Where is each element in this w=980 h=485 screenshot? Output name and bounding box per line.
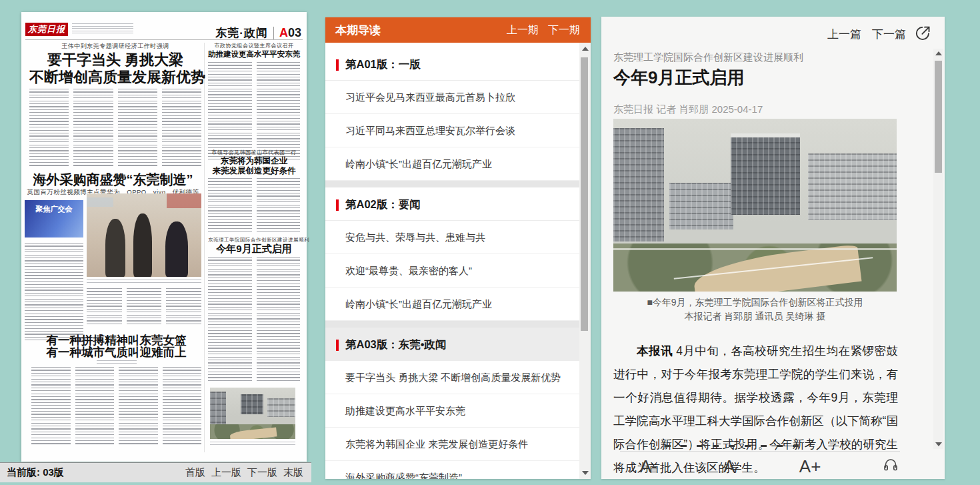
section-marker xyxy=(336,199,339,211)
toc-section-a01[interactable]: 第A01版：一版 xyxy=(325,43,579,81)
photo-caption-line xyxy=(87,280,201,284)
page-number: 03 xyxy=(288,26,301,39)
newsprint-text-columns xyxy=(208,178,300,234)
font-increase-button[interactable]: A+ xyxy=(770,454,851,479)
toc-article-link[interactable]: 助推建设更高水平平安东莞 xyxy=(325,394,579,428)
buyers-headline: 海外采购商盛赞“东莞制造” xyxy=(25,171,201,189)
korea-story: 市领导会见韩国釜山市代表团一行 东莞将为韩国企业 来莞发展创造更好条件 xyxy=(208,149,300,235)
newsprint-text-columns xyxy=(29,89,201,167)
column-rule xyxy=(204,43,205,452)
trade-fair-photo xyxy=(87,193,201,277)
credit-line xyxy=(97,360,137,364)
section-gap xyxy=(325,321,579,328)
issue-guide-title: 本期导读 xyxy=(335,23,381,38)
headphones-icon xyxy=(883,456,899,477)
prev-issue-link[interactable]: 上一期 xyxy=(507,23,539,37)
newspaper-page-image[interactable]: 东莞日报 东莞·政闻 A03 王伟中到东莞专题调研经济工作时强调 要干字当头 勇… xyxy=(21,12,307,462)
toc-article-link[interactable]: 要干字当头 勇挑大梁 不断增创高质量发展新优势 xyxy=(325,361,579,394)
peace-headline: 助推建设更高水平平安东莞 xyxy=(208,49,300,59)
newspaper-logo: 东莞日报 xyxy=(25,23,68,36)
article-byline: 东莞日报 记者 肖郅朋 2025-04-17 xyxy=(613,103,900,116)
toc-article-link[interactable]: 岭南小镇“长”出超百亿元潮玩产业 xyxy=(325,147,579,181)
article-scrollbar[interactable] xyxy=(933,49,943,449)
masthead-section: 东莞·政闻 A03 xyxy=(215,25,301,41)
basketball-headline-2: 有一种城市气质叫迎难而上 xyxy=(31,344,201,360)
font-decrease-button[interactable]: A- xyxy=(608,454,689,479)
share-icon[interactable] xyxy=(914,25,931,45)
reader-toolbar: A- A A+ xyxy=(608,454,931,479)
toc-article-link[interactable]: 欢迎“最尊贵、最亲密的客人” xyxy=(325,254,579,288)
newsprint-text-columns xyxy=(208,62,300,161)
article-reader-panel: 上一篇 下一篇 东莞理工学院国际合作创新区建设进展顺利 今年9月正式启用 东莞日… xyxy=(601,17,945,479)
toc-scrollbar[interactable] xyxy=(579,43,591,479)
next-edition-link[interactable]: 下一版 xyxy=(247,466,277,479)
newsprint-text-columns xyxy=(31,367,201,446)
photo-caption-1: ■今年9月，东莞理工学院国际合作创新区将正式投用 xyxy=(613,297,897,309)
newsprint-text-columns xyxy=(208,257,300,382)
toc-section-a02[interactable]: 第A02版：要闻 xyxy=(325,187,579,221)
photo-caption-line xyxy=(210,442,295,446)
article-nav: 上一篇 下一篇 xyxy=(827,27,906,42)
article-title: 今年9月正式启用 xyxy=(613,66,900,89)
font-normal-button[interactable]: A xyxy=(689,454,769,479)
section-gap xyxy=(325,181,579,187)
masthead-dateline xyxy=(72,23,133,35)
toc-article-link[interactable]: 安危与共、荣辱与共、患难与共 xyxy=(325,221,579,254)
masthead-divider xyxy=(273,27,274,40)
next-issue-link[interactable]: 下一期 xyxy=(548,23,580,37)
prev-edition-link[interactable]: 上一版 xyxy=(211,466,241,479)
lead-headline-2: 不断增创高质量发展新优势 xyxy=(29,67,201,87)
lead-label: 本报讯 xyxy=(637,344,673,358)
section-name: 东莞·政闻 xyxy=(215,25,268,41)
photo-caption-2: 本报记者 肖郅朋 通讯员 吴绮琳 摄 xyxy=(613,311,897,323)
scrollbar-thumb[interactable] xyxy=(935,61,942,173)
lead-story: 王伟中到东莞专题调研经济工作时强调 要干字当头 勇挑大梁 不断增创高质量发展新优… xyxy=(29,42,201,169)
peace-story: 市政协党组会议暨主席会议召开 助推建设更高水平平安东莞 xyxy=(208,42,300,162)
toolbar-divider xyxy=(620,451,900,452)
scroll-down-icon[interactable] xyxy=(933,440,943,449)
toc-article-link[interactable]: 习近平会见马来西亚最高元首易卜拉欣 xyxy=(325,81,579,114)
article-subtitle: 东莞理工学院国际合作创新区建设进展顺利 xyxy=(613,51,900,64)
issue-guide-panel: 本期导读 上一期 下一期 第A01版：一版 习近平会见马来西亚最高元首易卜拉欣 … xyxy=(325,17,591,479)
toc-article-link[interactable]: 海外采购商盛赞“东莞制造” xyxy=(325,461,579,479)
toc-article-link[interactable]: 习近平同马来西亚总理安瓦尔举行会谈 xyxy=(325,114,579,147)
toc-article-link[interactable]: 东莞将为韩国企业 来莞发展创造更好条件 xyxy=(325,428,579,461)
campus-headline: 今年9月正式启用 xyxy=(208,243,300,256)
peace-kicker: 市政协党组会议暨主席会议召开 xyxy=(208,42,300,49)
toc-article-link[interactable]: 岭南小镇“长”出超百亿元潮玩产业 xyxy=(325,288,579,321)
campus-photo-small xyxy=(210,388,295,439)
toc-section-a03-current[interactable]: 第A03版：东莞•政闻 xyxy=(325,328,579,361)
scroll-up-icon[interactable] xyxy=(933,49,943,58)
issue-guide-header: 本期导读 上一期 下一期 xyxy=(325,17,591,43)
current-edition-label: 当前版: 03版 xyxy=(7,466,64,479)
issue-guide-list: 第A01版：一版 习近平会见马来西亚最高元首易卜拉欣 习近平同马来西亚总理安瓦尔… xyxy=(325,43,579,479)
newsprint-text-columns xyxy=(87,288,201,326)
article-photo xyxy=(613,119,897,292)
first-edition-link[interactable]: 首版 xyxy=(185,466,205,479)
korea-headline-2: 来莞发展创造更好条件 xyxy=(208,165,300,177)
scroll-down-icon[interactable] xyxy=(579,468,591,478)
newsprint-text-column xyxy=(25,243,83,343)
scrollbar-thumb[interactable] xyxy=(581,57,588,331)
section-marker xyxy=(336,340,339,351)
buyers-story: 海外采购商盛赞“东莞制造” 英国百万粉丝视频博主点赞华为、OPPO、vivo、优… xyxy=(25,171,201,328)
next-article-link[interactable]: 下一篇 xyxy=(872,27,906,42)
masthead-rule xyxy=(25,39,303,40)
page-letter: A xyxy=(279,26,288,39)
scroll-up-icon[interactable] xyxy=(579,44,591,53)
clipped-next-heading xyxy=(665,445,805,447)
basketball-story: 有一种拼搏精神叫东莞女篮 有一种城市气质叫迎难而上 xyxy=(31,332,201,459)
listen-button[interactable] xyxy=(851,454,931,479)
prev-article-link[interactable]: 上一篇 xyxy=(827,27,861,42)
section-marker xyxy=(336,59,339,71)
fair-promo-graphic: 聚焦广交会 xyxy=(25,200,83,237)
edition-footer-bar: 当前版: 03版 首版 上一版 下一版 末版 xyxy=(0,462,311,482)
last-edition-link[interactable]: 末版 xyxy=(283,466,303,479)
campus-story: 东莞理工学院国际合作创新区建设进展顺利 今年9月正式启用 xyxy=(208,237,300,448)
